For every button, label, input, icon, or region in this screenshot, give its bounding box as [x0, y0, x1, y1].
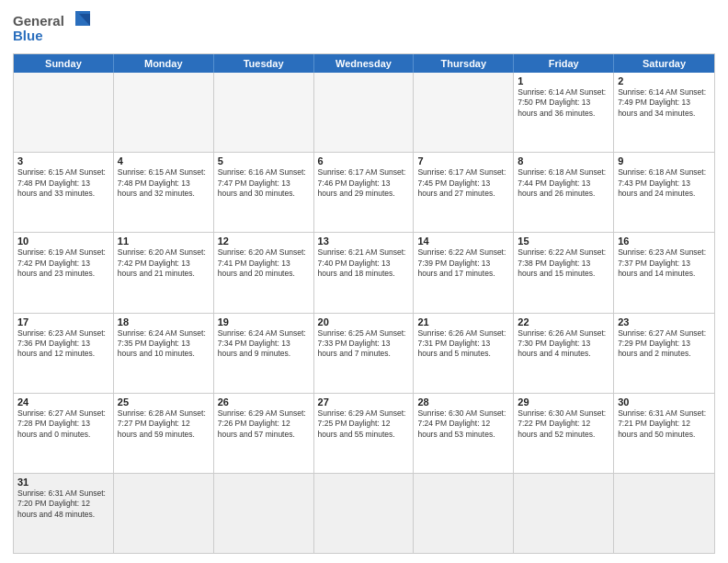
day-info: Sunrise: 6:24 AM Sunset: 7:35 PM Dayligh…	[118, 328, 210, 360]
calendar-week-row: 10Sunrise: 6:19 AM Sunset: 7:42 PM Dayli…	[14, 232, 714, 312]
calendar-day-12: 12Sunrise: 6:20 AM Sunset: 7:41 PM Dayli…	[214, 233, 314, 312]
svg-text:Blue: Blue	[13, 28, 43, 43]
day-info: Sunrise: 6:23 AM Sunset: 7:36 PM Dayligh…	[17, 328, 109, 360]
calendar-day-15: 15Sunrise: 6:22 AM Sunset: 7:38 PM Dayli…	[514, 233, 614, 312]
day-number: 14	[417, 236, 509, 247]
day-info: Sunrise: 6:18 AM Sunset: 7:43 PM Dayligh…	[618, 167, 711, 199]
day-number: 22	[518, 316, 609, 327]
day-info: Sunrise: 6:17 AM Sunset: 7:45 PM Dayligh…	[417, 167, 509, 199]
day-number: 3	[17, 155, 109, 167]
calendar-day-31: 31Sunrise: 6:31 AM Sunset: 7:20 PM Dayli…	[14, 474, 114, 553]
calendar-empty-cell	[514, 474, 614, 553]
day-number: 26	[218, 396, 310, 408]
calendar-header-row: SundayMondayTuesdayWednesdayThursdayFrid…	[14, 54, 714, 73]
day-info: Sunrise: 6:31 AM Sunset: 7:20 PM Dayligh…	[17, 488, 109, 520]
calendar-day-5: 5Sunrise: 6:16 AM Sunset: 7:47 PM Daylig…	[214, 153, 314, 232]
header: General Blue	[13, 9, 715, 48]
day-info: Sunrise: 6:29 AM Sunset: 7:25 PM Dayligh…	[318, 408, 410, 440]
calendar-day-13: 13Sunrise: 6:21 AM Sunset: 7:40 PM Dayli…	[314, 233, 415, 312]
calendar-day-21: 21Sunrise: 6:26 AM Sunset: 7:31 PM Dayli…	[414, 314, 514, 393]
day-number: 6	[318, 155, 410, 167]
calendar-day-7: 7Sunrise: 6:17 AM Sunset: 7:45 PM Daylig…	[414, 153, 514, 232]
calendar-week-row: 3Sunrise: 6:15 AM Sunset: 7:48 PM Daylig…	[14, 152, 714, 232]
calendar-day-2: 2Sunrise: 6:14 AM Sunset: 7:49 PM Daylig…	[614, 73, 714, 152]
weekday-header-thursday: Thursday	[414, 54, 514, 73]
calendar-day-29: 29Sunrise: 6:30 AM Sunset: 7:22 PM Dayli…	[514, 394, 614, 473]
day-info: Sunrise: 6:19 AM Sunset: 7:42 PM Dayligh…	[17, 247, 109, 279]
day-info: Sunrise: 6:23 AM Sunset: 7:37 PM Dayligh…	[618, 247, 711, 279]
day-info: Sunrise: 6:22 AM Sunset: 7:38 PM Dayligh…	[518, 247, 609, 279]
day-info: Sunrise: 6:20 AM Sunset: 7:42 PM Dayligh…	[118, 247, 210, 279]
day-number: 17	[17, 316, 109, 327]
day-info: Sunrise: 6:31 AM Sunset: 7:21 PM Dayligh…	[618, 408, 711, 440]
calendar-day-14: 14Sunrise: 6:22 AM Sunset: 7:39 PM Dayli…	[414, 233, 514, 312]
day-info: Sunrise: 6:17 AM Sunset: 7:46 PM Dayligh…	[318, 167, 410, 199]
day-info: Sunrise: 6:16 AM Sunset: 7:47 PM Dayligh…	[218, 167, 310, 199]
generalblue-logo-icon: General Blue	[13, 9, 96, 48]
calendar-day-22: 22Sunrise: 6:26 AM Sunset: 7:30 PM Dayli…	[514, 314, 614, 393]
day-number: 13	[318, 236, 410, 247]
day-number: 16	[618, 236, 711, 247]
day-number: 18	[118, 316, 210, 327]
calendar-week-row: 31Sunrise: 6:31 AM Sunset: 7:20 PM Dayli…	[14, 473, 714, 553]
day-number: 21	[417, 316, 509, 327]
day-number: 12	[218, 236, 310, 247]
calendar-day-30: 30Sunrise: 6:31 AM Sunset: 7:21 PM Dayli…	[614, 394, 714, 473]
day-number: 20	[318, 316, 410, 327]
calendar-day-3: 3Sunrise: 6:15 AM Sunset: 7:48 PM Daylig…	[14, 153, 114, 232]
calendar-week-row: 17Sunrise: 6:23 AM Sunset: 7:36 PM Dayli…	[14, 313, 714, 393]
weekday-header-monday: Monday	[114, 54, 214, 73]
day-info: Sunrise: 6:30 AM Sunset: 7:24 PM Dayligh…	[417, 408, 509, 440]
calendar-day-6: 6Sunrise: 6:17 AM Sunset: 7:46 PM Daylig…	[314, 153, 415, 232]
day-number: 2	[618, 75, 711, 86]
calendar-body: 1Sunrise: 6:14 AM Sunset: 7:50 PM Daylig…	[14, 73, 714, 553]
calendar-empty-cell	[414, 474, 514, 553]
day-number: 8	[518, 155, 609, 167]
day-number: 31	[17, 477, 109, 488]
calendar-day-20: 20Sunrise: 6:25 AM Sunset: 7:33 PM Dayli…	[314, 314, 415, 393]
weekday-header-sunday: Sunday	[14, 54, 114, 73]
weekday-header-wednesday: Wednesday	[314, 54, 415, 73]
calendar-day-16: 16Sunrise: 6:23 AM Sunset: 7:37 PM Dayli…	[614, 233, 714, 312]
day-number: 28	[417, 396, 509, 408]
day-info: Sunrise: 6:15 AM Sunset: 7:48 PM Dayligh…	[118, 167, 210, 199]
calendar-empty-cell	[614, 474, 714, 553]
day-number: 5	[218, 155, 310, 167]
calendar-empty-cell	[314, 474, 415, 553]
svg-text:General: General	[13, 13, 64, 29]
calendar-day-19: 19Sunrise: 6:24 AM Sunset: 7:34 PM Dayli…	[214, 314, 314, 393]
day-info: Sunrise: 6:15 AM Sunset: 7:48 PM Dayligh…	[17, 167, 109, 199]
calendar-day-9: 9Sunrise: 6:18 AM Sunset: 7:43 PM Daylig…	[614, 153, 714, 232]
day-info: Sunrise: 6:14 AM Sunset: 7:49 PM Dayligh…	[618, 87, 711, 119]
calendar-empty-cell	[214, 474, 314, 553]
calendar-week-row: 24Sunrise: 6:27 AM Sunset: 7:28 PM Dayli…	[14, 393, 714, 473]
day-info: Sunrise: 6:14 AM Sunset: 7:50 PM Dayligh…	[518, 87, 609, 119]
calendar-day-11: 11Sunrise: 6:20 AM Sunset: 7:42 PM Dayli…	[114, 233, 214, 312]
day-info: Sunrise: 6:24 AM Sunset: 7:34 PM Dayligh…	[218, 328, 310, 360]
calendar-day-28: 28Sunrise: 6:30 AM Sunset: 7:24 PM Dayli…	[414, 394, 514, 473]
calendar-empty-cell	[114, 73, 214, 152]
day-number: 19	[218, 316, 310, 327]
day-number: 10	[17, 236, 109, 247]
day-number: 30	[618, 396, 711, 408]
calendar-day-8: 8Sunrise: 6:18 AM Sunset: 7:44 PM Daylig…	[514, 153, 614, 232]
day-info: Sunrise: 6:27 AM Sunset: 7:29 PM Dayligh…	[618, 328, 711, 360]
day-info: Sunrise: 6:21 AM Sunset: 7:40 PM Dayligh…	[318, 247, 410, 279]
calendar-empty-cell	[214, 73, 314, 152]
day-number: 29	[518, 396, 609, 408]
day-number: 27	[318, 396, 410, 408]
day-number: 25	[118, 396, 210, 408]
day-number: 1	[518, 75, 609, 86]
weekday-header-friday: Friday	[514, 54, 614, 73]
calendar-day-17: 17Sunrise: 6:23 AM Sunset: 7:36 PM Dayli…	[14, 314, 114, 393]
day-number: 24	[17, 396, 109, 408]
weekday-header-tuesday: Tuesday	[214, 54, 314, 73]
calendar-day-24: 24Sunrise: 6:27 AM Sunset: 7:28 PM Dayli…	[14, 394, 114, 473]
day-info: Sunrise: 6:27 AM Sunset: 7:28 PM Dayligh…	[17, 408, 109, 440]
calendar-day-27: 27Sunrise: 6:29 AM Sunset: 7:25 PM Dayli…	[314, 394, 415, 473]
day-number: 11	[118, 236, 210, 247]
logo: General Blue	[13, 9, 96, 48]
page: General Blue SundayMondayTuesdayWednesda…	[0, 0, 728, 563]
calendar-week-row: 1Sunrise: 6:14 AM Sunset: 7:50 PM Daylig…	[14, 73, 714, 152]
calendar-empty-cell	[414, 73, 514, 152]
